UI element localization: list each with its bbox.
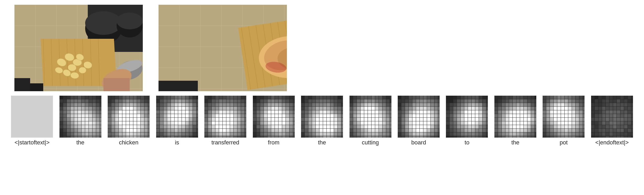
token-label-the1: the bbox=[76, 139, 84, 146]
video-frames-section bbox=[14, 5, 303, 91]
token-label-chicken: chicken bbox=[119, 139, 139, 146]
attention-thumb-chicken bbox=[108, 96, 150, 138]
attention-thumb-pot bbox=[543, 96, 585, 138]
token-label-is: is bbox=[175, 139, 179, 146]
attention-thumb-startoftext bbox=[11, 96, 53, 138]
attention-thumb-from bbox=[253, 96, 295, 138]
attention-item-pot: pot bbox=[539, 96, 588, 146]
token-label-from: from bbox=[268, 139, 280, 146]
attention-item-board: board bbox=[395, 96, 443, 146]
token-label-startoftext: <|startoftext|> bbox=[14, 139, 50, 146]
attention-thumb-the1 bbox=[59, 96, 101, 138]
attention-thumb-is bbox=[156, 96, 198, 138]
token-label-pot: pot bbox=[560, 139, 568, 146]
attention-item-chicken: chicken bbox=[105, 96, 153, 146]
token-label-endoftext: <|endoftext|> bbox=[595, 139, 629, 146]
token-label-the3: the bbox=[511, 139, 520, 146]
main-container: <|startoftext|> the chicken is transferr… bbox=[0, 0, 644, 195]
attention-item-startoftext: <|startoftext|> bbox=[8, 96, 56, 146]
attention-thumb-the2 bbox=[301, 96, 343, 138]
video-frame-1 bbox=[14, 5, 143, 91]
token-label-transferred: transferred bbox=[211, 139, 239, 146]
attention-thumb-the3 bbox=[494, 96, 536, 138]
attention-item-the3: the bbox=[491, 96, 539, 146]
attention-thumb-cutting bbox=[350, 96, 391, 138]
token-label-the2: the bbox=[318, 139, 326, 146]
attention-item-to: to bbox=[443, 96, 491, 146]
attention-thumb-endoftext bbox=[591, 96, 633, 138]
video-frame-2 bbox=[159, 5, 287, 91]
attention-item-is: is bbox=[153, 96, 201, 146]
attention-item-endoftext: <|endoftext|> bbox=[588, 96, 636, 146]
token-label-cutting: cutting bbox=[362, 139, 379, 146]
attention-strip: <|startoftext|> the chicken is transferr… bbox=[0, 96, 644, 146]
attention-item-the1: the bbox=[56, 96, 104, 146]
token-label-to: to bbox=[465, 139, 469, 146]
attention-item-the2: the bbox=[298, 96, 346, 146]
attention-item-transferred: transferred bbox=[201, 96, 249, 146]
attention-thumb-transferred bbox=[204, 96, 246, 138]
attention-thumb-to bbox=[446, 96, 488, 138]
token-label-board: board bbox=[411, 139, 426, 146]
attention-item-from: from bbox=[249, 96, 298, 146]
attention-thumb-board bbox=[398, 96, 440, 138]
attention-item-cutting: cutting bbox=[346, 96, 394, 146]
